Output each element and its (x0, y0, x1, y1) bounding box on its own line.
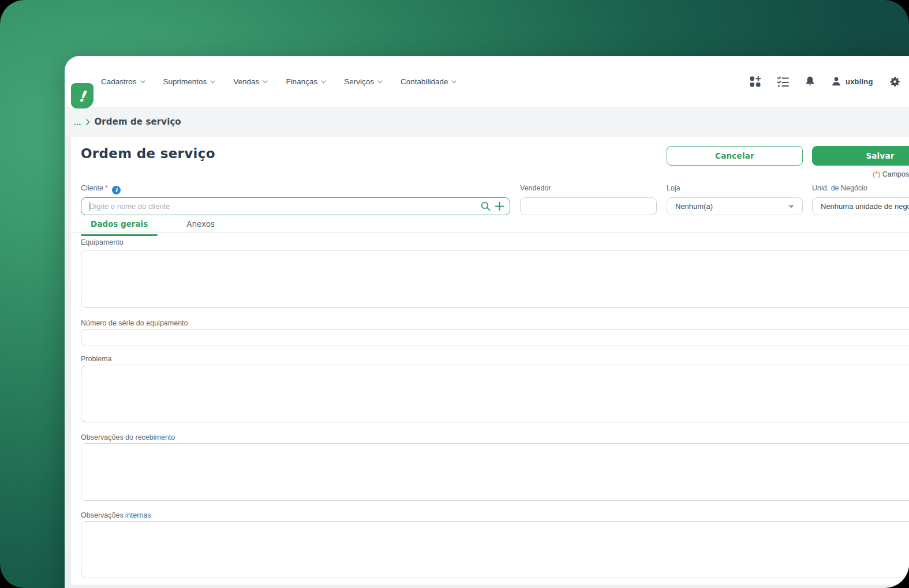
form-tabs: Dados gerais Anexos (81, 219, 225, 236)
apps-icon[interactable] (749, 76, 761, 88)
breadcrumb-collapsed[interactable]: ... (74, 118, 81, 126)
navbar-actions: uxbling (749, 56, 901, 107)
loja-select[interactable]: Nenhum(a) (667, 197, 803, 215)
problema-textarea[interactable] (81, 365, 909, 422)
vendedor-input[interactable] (521, 198, 656, 215)
cliente-field (81, 197, 510, 215)
menu-contabilidade[interactable]: Contabilidade (401, 77, 457, 86)
tabs-divider (71, 232, 909, 233)
required-asterisk: * (105, 184, 108, 192)
equipamento-textarea[interactable] (81, 250, 909, 307)
app-window: Cadastros Suprimentos Vendas Finanças Se… (65, 56, 909, 588)
equipamento-field (81, 250, 909, 308)
unidade-select[interactable]: Nenhuma unidade de negócio (812, 197, 909, 215)
save-button[interactable]: Salvar (812, 146, 909, 166)
menu-label: Vendas (233, 77, 259, 86)
tab-anexos[interactable]: Anexos (177, 219, 225, 236)
chevron-down-icon (321, 80, 326, 84)
obs-recebimento-label: Observações do recebimento (81, 433, 175, 441)
menu-label: Suprimentos (163, 77, 207, 86)
menu-financas[interactable]: Finanças (286, 77, 326, 86)
username-label: uxbling (846, 77, 873, 86)
add-client-plus-icon[interactable] (495, 201, 504, 211)
breadcrumb: ... Ordem de serviço (74, 117, 181, 127)
vendedor-field (520, 197, 657, 215)
tasks-checklist-icon[interactable] (777, 76, 789, 88)
chevron-down-icon (451, 80, 457, 84)
menu-label: Cadastros (101, 77, 137, 86)
tab-dados-gerais[interactable]: Dados gerais (81, 219, 158, 236)
user-account-button[interactable]: uxbling (831, 76, 873, 87)
breadcrumb-current: Ordem de serviço (95, 117, 181, 127)
required-mark: (*) (873, 170, 880, 178)
menu-cadastros[interactable]: Cadastros (101, 77, 145, 86)
vendedor-label: Vendedor (520, 184, 551, 192)
obs-internas-field (81, 521, 909, 578)
obs-internas-textarea[interactable] (81, 522, 909, 578)
menu-servicos[interactable]: Serviços (344, 77, 383, 86)
numero-serie-input[interactable] (81, 329, 909, 346)
bling-logo[interactable]: ! (71, 83, 93, 108)
obs-internas-label: Observações internas (81, 511, 151, 519)
menu-suprimentos[interactable]: Suprimentos (163, 77, 216, 86)
caret-down-icon (788, 205, 794, 208)
text-caret (89, 202, 89, 211)
obs-recebimento-field (81, 443, 909, 501)
main-menu: Cadastros Suprimentos Vendas Finanças Se… (101, 56, 457, 107)
desktop-background: Cadastros Suprimentos Vendas Finanças Se… (0, 0, 909, 588)
problema-label: Problema (81, 355, 112, 363)
required-fields-note: (*) Campos obrigatórios (873, 170, 909, 178)
required-text: Campos obrigatórios (882, 170, 909, 178)
loja-label: Loja (667, 184, 680, 192)
equipamento-label: Equipamento (81, 238, 124, 246)
search-icon[interactable] (480, 201, 491, 212)
menu-label: Serviços (344, 77, 374, 86)
top-navbar: Cadastros Suprimentos Vendas Finanças Se… (65, 56, 909, 107)
cliente-label: Cliente*i (81, 184, 121, 194)
menu-label: Finanças (286, 77, 317, 86)
obs-recebimento-textarea[interactable] (81, 444, 909, 500)
service-order-card: Ordem de serviço Cancelar Salvar (*) Cam… (71, 137, 909, 585)
chevron-down-icon (263, 80, 268, 84)
chevron-down-icon (140, 80, 145, 84)
problema-field (81, 365, 909, 422)
cliente-field-icons (480, 198, 504, 215)
unidade-label: Unid. de Negócio (812, 184, 867, 192)
menu-label: Contabilidade (401, 77, 448, 86)
page-title: Ordem de serviço (81, 146, 215, 161)
bell-icon[interactable] (805, 76, 816, 87)
menu-vendas[interactable]: Vendas (233, 77, 268, 86)
breadcrumb-chevron-icon (86, 119, 90, 125)
user-icon (831, 76, 841, 87)
gear-icon[interactable] (889, 76, 901, 88)
info-icon[interactable]: i (112, 186, 121, 194)
chevron-down-icon (210, 80, 215, 84)
cliente-input[interactable] (81, 198, 510, 215)
unidade-value: Nenhuma unidade de negócio (821, 202, 909, 211)
logo-glyph: ! (77, 88, 87, 104)
cancel-button[interactable]: Cancelar (667, 146, 803, 166)
breadcrumb-bar: ... Ordem de serviço (65, 107, 909, 137)
chevron-down-icon (377, 80, 383, 84)
numero-serie-field (81, 329, 909, 346)
loja-value: Nenhum(a) (675, 202, 784, 211)
numero-serie-label: Número de série do equipamento (81, 319, 188, 327)
